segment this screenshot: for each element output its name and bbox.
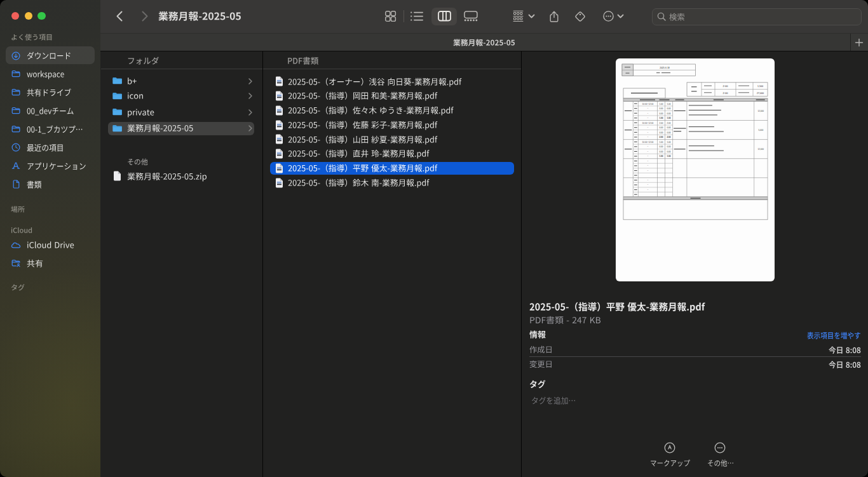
svg-text:1.00: 1.00 (667, 102, 670, 105)
svg-text:~: ~ (647, 165, 648, 167)
svg-text:2.00: 2.00 (667, 136, 670, 138)
svg-text:27,000: 27,000 (757, 91, 764, 94)
svg-text:~: ~ (647, 112, 648, 114)
svg-text:1.00: 1.00 (667, 155, 670, 158)
svg-text:~: ~ (647, 169, 648, 171)
svg-text:2.00: 2.00 (659, 136, 663, 138)
svg-text:1.00: 1.00 (659, 140, 663, 143)
svg-text:10:00~12:00: 10:00~12:00 (642, 121, 653, 124)
svg-text:0.00: 0.00 (667, 145, 670, 148)
svg-text:2.00: 2.00 (659, 121, 663, 124)
svg-text:~: ~ (647, 188, 648, 191)
svg-text:12,000: 12,000 (757, 148, 764, 151)
svg-text:2:00: 2:00 (722, 91, 728, 94)
svg-text:~: ~ (647, 150, 648, 152)
svg-text:0.00: 0.00 (659, 107, 663, 110)
svg-text:~: ~ (647, 126, 648, 129)
svg-text:1.00: 1.00 (667, 117, 670, 119)
svg-text:1.00: 1.00 (659, 117, 663, 119)
svg-text:~: ~ (647, 155, 648, 158)
svg-text:~: ~ (647, 136, 648, 138)
svg-text:0.00: 0.00 (659, 112, 663, 114)
svg-text:~: ~ (647, 145, 648, 148)
svg-text:0.00: 0.00 (659, 150, 663, 152)
svg-text:0.00: 0.00 (659, 126, 663, 129)
svg-text:~: ~ (647, 159, 648, 162)
svg-text:10:00~12:00: 10:00~12:00 (642, 102, 653, 105)
svg-text:0.00: 0.00 (659, 131, 663, 133)
svg-text:10:00~12:00: 10:00~12:00 (642, 140, 653, 143)
svg-text:1.00: 1.00 (659, 102, 663, 105)
svg-text:5,000: 5,000 (758, 128, 763, 131)
svg-text:~: ~ (647, 131, 648, 133)
svg-text:~: ~ (647, 117, 648, 119)
svg-text:1.00: 1.00 (659, 155, 663, 158)
svg-text:0.00: 0.00 (667, 107, 670, 110)
svg-text:~: ~ (647, 184, 648, 186)
svg-text:0.00: 0.00 (667, 126, 670, 129)
svg-text:0.00: 0.00 (667, 131, 670, 133)
svg-text:~: ~ (647, 107, 648, 110)
svg-text:12,000: 12,000 (757, 109, 764, 112)
svg-text:0.00: 0.00 (659, 145, 663, 148)
svg-text:1,500: 1,500 (757, 84, 763, 87)
svg-text:2:00: 2:00 (722, 84, 728, 87)
svg-text:1.00: 1.00 (667, 140, 670, 143)
svg-text:0.00: 0.00 (667, 112, 670, 114)
svg-text:2.00: 2.00 (667, 121, 670, 124)
svg-text:~: ~ (647, 178, 648, 181)
svg-text:0.00: 0.00 (667, 150, 670, 152)
svg-text:2025 6 18: 2025 6 18 (660, 66, 670, 69)
